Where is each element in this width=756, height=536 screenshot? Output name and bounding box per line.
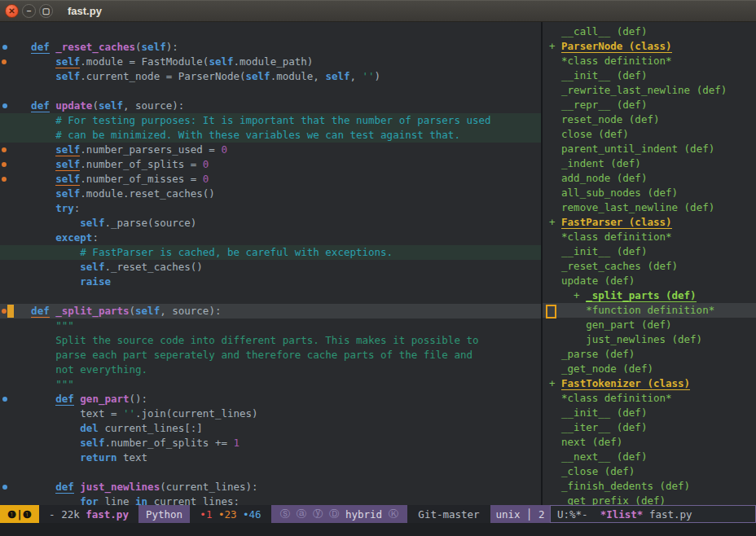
outline-item[interactable]: __call__ (def) xyxy=(543,24,756,39)
code-line[interactable]: del current_lines[:] xyxy=(0,421,541,436)
outline-item[interactable]: *class definition* xyxy=(543,230,756,244)
code-line[interactable]: def update(self, source): xyxy=(0,99,541,113)
outline-item[interactable]: all_sub_nodes (def) xyxy=(543,186,756,200)
outline-item[interactable]: _finish_dedents (def) xyxy=(543,479,756,494)
outline-item[interactable]: next (def) xyxy=(543,435,756,450)
encoding-segment: unix │ 2 xyxy=(490,505,550,523)
outline-item[interactable]: update (def) xyxy=(543,274,756,288)
outline-item[interactable]: gen_part (def) xyxy=(543,318,756,332)
code-token xyxy=(7,275,80,288)
code-line[interactable]: self.number_of_misses = 0 xyxy=(0,172,541,187)
outline-item[interactable]: reset_node (def) xyxy=(543,112,756,127)
outline-item-label: __call__ (def) xyxy=(561,25,647,37)
code-line[interactable]: self.module.reset_caches() xyxy=(0,187,541,201)
code-token: .module_path) xyxy=(233,55,313,68)
code-line[interactable]: text = ''.join(current_lines) xyxy=(0,406,541,421)
fringe-cursor-marker xyxy=(7,305,14,318)
code-token: , source): xyxy=(123,99,184,112)
outline-item[interactable]: _indent (def) xyxy=(543,156,756,171)
outline-item[interactable]: _close (def) xyxy=(543,464,756,479)
outline-item[interactable]: _get_node (def) xyxy=(543,362,756,376)
code-line[interactable]: def just_newlines(current_lines): xyxy=(0,480,541,494)
outline-item-prefix xyxy=(549,99,561,111)
code-line[interactable]: parse each part seperately and therefore… xyxy=(0,348,541,362)
modeline-text: U:%*- xyxy=(557,508,600,521)
minimize-button[interactable]: – xyxy=(22,4,36,18)
outline-item[interactable]: __init__ (def) xyxy=(543,68,756,83)
outline-item[interactable]: __init__ (def) xyxy=(543,244,756,259)
code-line[interactable]: self.current_node = ParserNode(self.modu… xyxy=(0,69,541,84)
outline-class-item[interactable]: + FastTokenizer (class) xyxy=(543,376,756,391)
code-line[interactable] xyxy=(0,289,541,304)
code-line[interactable]: self.module = FastModule(self.module_pat… xyxy=(0,55,541,69)
code-line[interactable]: """ xyxy=(0,377,541,392)
flycheck-info-dot xyxy=(2,103,7,108)
outline-class-item[interactable]: + FastParser (class) xyxy=(543,215,756,230)
code-token: self xyxy=(142,41,166,53)
flycheck-warning-dot xyxy=(2,59,7,64)
code-line[interactable] xyxy=(0,465,541,480)
code-line[interactable]: self._reset_caches() xyxy=(0,260,541,275)
code-token: self xyxy=(55,70,80,82)
code-line[interactable] xyxy=(0,25,541,40)
code-line[interactable]: self.number_of_splits = 0 xyxy=(0,157,541,172)
outline-class-item[interactable]: + ParserNode (class) xyxy=(543,39,756,54)
git-branch-segment[interactable]: Git-master xyxy=(407,505,490,523)
code-line[interactable]: for line in current_lines: xyxy=(0,494,541,505)
code-token xyxy=(7,231,55,244)
code-line[interactable]: def gen_part(): xyxy=(0,392,541,406)
outline-item[interactable]: _reset_caches (def) xyxy=(543,259,756,274)
outline-item[interactable]: *class definition* xyxy=(543,54,756,68)
outline-item-label: _finish_dedents (def) xyxy=(561,480,690,492)
outline-item[interactable]: __next__ (def) xyxy=(543,450,756,464)
code-line[interactable]: def _split_parts(self, source): xyxy=(0,304,541,319)
imenu-outline-pane[interactable]: __call__ (def)+ ParserNode (class) *clas… xyxy=(543,22,756,505)
outline-item[interactable]: __iter__ (def) xyxy=(543,420,756,435)
code-token xyxy=(7,481,55,493)
code-line[interactable] xyxy=(0,84,541,99)
code-line[interactable]: def _reset_caches(self): xyxy=(0,40,541,55)
code-token: for xyxy=(80,495,99,505)
code-line[interactable]: self.number_of_splits += 1 xyxy=(0,436,541,450)
close-button[interactable]: ✕ xyxy=(5,4,19,18)
outline-item-label: update (def) xyxy=(561,275,635,287)
code-token: except xyxy=(55,231,92,244)
outline-item[interactable]: _get_prefix (def) xyxy=(543,494,756,505)
code-line[interactable]: raise xyxy=(0,275,541,289)
major-mode-segment[interactable]: Python xyxy=(138,505,190,523)
code-line[interactable]: # FastParser is cached, be careful with … xyxy=(0,245,541,260)
code-line[interactable]: except: xyxy=(0,231,541,245)
buffer-info-segment[interactable]: - 22k fast.py xyxy=(39,505,138,523)
code-editor-pane[interactable]: def _reset_caches(self): self.module = F… xyxy=(0,22,543,505)
code-line[interactable]: return text xyxy=(0,450,541,465)
code-line[interactable]: # can be minimized. With these variables… xyxy=(0,128,541,143)
code-line[interactable]: self._parse(source) xyxy=(0,216,541,231)
outline-item[interactable]: remove_last_newline (def) xyxy=(543,200,756,215)
outline-item[interactable]: _rewrite_last_newline (def) xyxy=(543,83,756,98)
outline-item[interactable]: parent_until_indent (def) xyxy=(543,142,756,156)
outline-item[interactable]: add_node (def) xyxy=(543,171,756,186)
code-token xyxy=(7,70,55,82)
outline-item-label: _reset_caches (def) xyxy=(561,260,678,272)
code-line[interactable]: Split the source code into different par… xyxy=(0,333,541,348)
flycheck-segment[interactable]: •1 •23 •46 xyxy=(190,505,271,523)
outline-item[interactable]: just_newlines (def) xyxy=(543,332,756,347)
code-token: 1 xyxy=(233,437,240,449)
code-line[interactable]: self.number_parsers_used = 0 xyxy=(0,143,541,157)
outline-item[interactable]: _parse (def) xyxy=(543,347,756,362)
outline-item[interactable]: *class definition* xyxy=(543,391,756,406)
outline-item-label: _parse (def) xyxy=(561,348,635,360)
code-line[interactable]: not everything. xyxy=(0,362,541,377)
outline-item[interactable]: __repr__ (def) xyxy=(543,98,756,112)
code-line[interactable]: # For testing purposes: It is important … xyxy=(0,113,541,128)
outline-item[interactable]: __init__ (def) xyxy=(543,406,756,420)
outline-item[interactable]: *function definition* xyxy=(543,303,756,318)
code-line[interactable]: try: xyxy=(0,201,541,216)
outline-selected-item[interactable]: + _split_parts (def) xyxy=(543,288,756,303)
code-line[interactable]: """ xyxy=(0,319,541,333)
outline-item[interactable]: close (def) xyxy=(543,127,756,142)
code-token xyxy=(7,158,55,170)
minor-modes-segment[interactable]: ⓢ ⓐ ⓨ Ⓓ hybrid Ⓚ xyxy=(271,505,407,523)
outline-item-prefix xyxy=(549,25,561,37)
maximize-button[interactable]: ▢ xyxy=(39,4,53,18)
